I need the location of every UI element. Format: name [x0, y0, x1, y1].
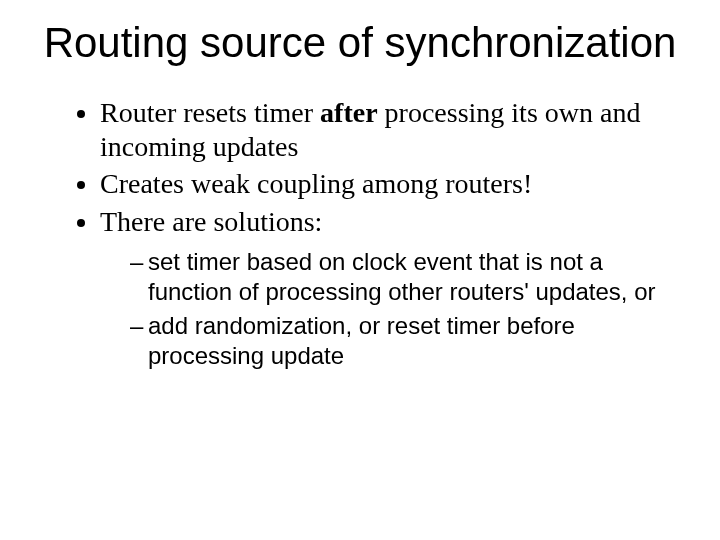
sub-bullet-item: add randomization, or reset timer before… [130, 311, 680, 371]
sub-bullet-item: set timer based on clock event that is n… [130, 247, 680, 307]
bullet-text-pre: Creates weak coupling among routers! [100, 168, 532, 199]
bullet-item: Router resets timer after processing its… [100, 96, 680, 163]
bullet-item: There are solutions: set timer based on … [100, 205, 680, 371]
sub-bullet-list: set timer based on clock event that is n… [100, 247, 680, 371]
bullet-text-pre: There are solutions: [100, 206, 322, 237]
sub-bullet-text: add randomization, or reset timer before… [148, 312, 575, 369]
sub-bullet-text: set timer based on clock event that is n… [148, 248, 656, 305]
bullet-item: Creates weak coupling among routers! [100, 167, 680, 201]
bullet-text-bold: after [320, 97, 378, 128]
slide-title: Routing source of synchronization [40, 20, 680, 66]
slide: Routing source of synchronization Router… [0, 0, 720, 540]
bullet-text-pre: Router resets timer [100, 97, 320, 128]
main-bullet-list: Router resets timer after processing its… [40, 96, 680, 370]
